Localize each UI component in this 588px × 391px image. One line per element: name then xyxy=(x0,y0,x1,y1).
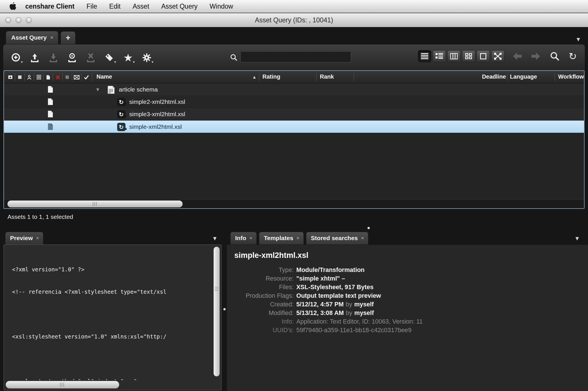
scrollbar-thumb[interactable] xyxy=(7,201,183,207)
asset-title: simple-xml2html.xsl xyxy=(234,251,588,260)
query-tab-bar: Asset Query × + ▼ xyxy=(0,30,588,44)
transform-glyph: ↻ xyxy=(119,124,124,131)
tab-templates[interactable]: Templates × xyxy=(259,232,304,244)
transformation-icon: ↻ xyxy=(117,98,125,106)
column-text-icon[interactable] xyxy=(34,73,44,81)
column-header-language[interactable]: Language xyxy=(510,73,537,80)
horizontal-splitter-handle[interactable] xyxy=(368,227,370,229)
window-title: Asset Query (IDs: , 10041) xyxy=(255,16,333,24)
column-gray-square-icon[interactable] xyxy=(63,73,72,81)
table-horizontal-scrollbar[interactable] xyxy=(4,199,584,208)
column-header-rank[interactable]: Rank xyxy=(320,73,334,80)
menu-asset[interactable]: Asset xyxy=(127,0,155,13)
asset-file-flag-icon xyxy=(48,86,53,93)
scrollbar-thumb[interactable] xyxy=(214,247,220,376)
tag-button[interactable]: ▾ xyxy=(103,50,115,66)
tab-preview[interactable]: Preview × xyxy=(5,232,43,244)
panel-menu-chevron-down-icon[interactable]: ▼ xyxy=(212,235,218,242)
find-button[interactable] xyxy=(550,51,560,61)
field-resource: Resource: "simple xhtml" – xyxy=(227,274,588,283)
detail-list-view-icon xyxy=(436,53,443,59)
preview-horizontal-scrollbar[interactable] xyxy=(6,381,212,389)
tab-close-icon[interactable]: × xyxy=(296,235,299,241)
new-tab-button[interactable]: + xyxy=(61,31,76,44)
menu-window[interactable]: Window xyxy=(204,0,239,13)
tab-stored-searches[interactable]: Stored searches × xyxy=(306,232,368,244)
minimize-window-button[interactable] xyxy=(16,17,22,23)
column-user-icon[interactable] xyxy=(25,73,34,81)
tab-close-icon[interactable]: × xyxy=(50,34,53,41)
download-icon xyxy=(49,52,58,63)
column-file-icon[interactable] xyxy=(44,73,53,81)
preview-content: <?xml version="1.0" ?> <!-- referencia <… xyxy=(3,244,222,390)
tab-asset-query[interactable]: Asset Query × xyxy=(6,31,58,44)
back-button[interactable] xyxy=(512,52,523,61)
view-single-button[interactable] xyxy=(477,50,490,62)
apple-menu[interactable] xyxy=(9,1,17,11)
table-row-simple-selected[interactable]: ↻ simple-xml2html.xsl xyxy=(4,120,584,133)
download-check-out-button[interactable] xyxy=(47,50,59,66)
gear-icon xyxy=(142,52,152,63)
transform-glyph: ↻ xyxy=(119,111,124,118)
column-header-deadline[interactable]: Deadline xyxy=(446,73,506,80)
panel-menu-chevron-down-icon[interactable]: ▼ xyxy=(574,235,580,242)
column-header-rating[interactable]: Rating xyxy=(262,73,280,80)
main-toolbar: ▾ xyxy=(3,44,585,70)
column-mail-icon[interactable] xyxy=(72,73,82,81)
xml-preview-code: <?xml version="1.0" ?> <!-- referencia <… xyxy=(12,251,212,380)
field-uuid: UUID's: 59f79480-a359-11e1-bb18-c42c0317… xyxy=(227,326,588,334)
disclosure-triangle-icon[interactable]: ▼ xyxy=(95,87,100,93)
tab-close-icon[interactable]: × xyxy=(36,235,39,241)
column-header-workflow[interactable]: Workflow xyxy=(558,73,584,80)
column-square-icon[interactable] xyxy=(15,73,25,81)
tab-info[interactable]: Info × xyxy=(230,232,257,244)
tab-label: Stored searches xyxy=(311,235,358,242)
grid-view-icon xyxy=(465,53,472,59)
table-row-article-schema[interactable]: ▼ article schema xyxy=(4,83,584,96)
view-mode-group xyxy=(418,50,504,62)
new-asset-button[interactable]: ▾ xyxy=(10,50,22,66)
tab-overflow-chevron-down-icon[interactable]: ▼ xyxy=(575,36,581,43)
apple-icon xyxy=(9,1,17,11)
vertical-splitter-handle[interactable] xyxy=(223,308,226,310)
eye-tray-icon xyxy=(67,52,77,63)
cancel-check-out-button[interactable] xyxy=(85,50,97,66)
tab-close-icon[interactable]: × xyxy=(249,235,252,241)
forward-button[interactable] xyxy=(530,52,541,61)
column-header-name[interactable]: Name xyxy=(96,73,112,80)
sort-ascending-icon[interactable]: ▲ xyxy=(252,75,257,80)
view-detail-list-button[interactable] xyxy=(433,50,446,62)
menu-app-name[interactable]: censhare Client xyxy=(25,0,80,13)
zoom-window-button[interactable] xyxy=(26,17,32,23)
field-files: Files: XSL-Stylesheet, 917 Bytes xyxy=(227,283,588,291)
menu-asset-query[interactable]: Asset Query xyxy=(155,0,204,13)
view-grid-button[interactable] xyxy=(462,50,475,62)
macos-menu-bar: censhare Client File Edit Asset Asset Qu… xyxy=(0,0,588,13)
refresh-button[interactable]: ↻ xyxy=(569,51,577,61)
column-marker-icon[interactable] xyxy=(6,73,15,81)
view-expand-button[interactable] xyxy=(491,50,504,62)
menu-edit[interactable]: Edit xyxy=(103,0,127,13)
column-check-icon[interactable] xyxy=(82,73,91,81)
tab-label: Templates xyxy=(264,235,293,242)
quick-search-input[interactable] xyxy=(240,52,351,63)
scrollbar-thumb[interactable] xyxy=(6,381,119,388)
upload-icon xyxy=(30,52,39,63)
asset-file-flag-icon xyxy=(48,98,53,105)
field-info: Info: Application: Text Editor, ID: 1006… xyxy=(227,317,588,326)
tab-close-icon[interactable]: × xyxy=(361,235,364,241)
favorite-button[interactable]: ★ ▾ xyxy=(122,50,134,66)
table-row-simple2[interactable]: ↻ simple2-xml2html.xsl xyxy=(4,96,584,108)
dropdown-caret-icon: ▾ xyxy=(114,60,116,64)
close-window-button[interactable] xyxy=(5,17,11,23)
preview-vertical-scrollbar[interactable] xyxy=(214,246,220,380)
view-checked-out-button[interactable] xyxy=(66,50,78,66)
menu-file[interactable]: File xyxy=(80,0,103,13)
table-row-simple3[interactable]: ↻ simple3-xml2html.xsl xyxy=(4,108,584,120)
view-columns-button[interactable] xyxy=(447,50,461,62)
column-delete-icon[interactable] xyxy=(53,73,63,81)
settings-button[interactable]: ▾ xyxy=(141,50,153,66)
upload-check-in-button[interactable] xyxy=(29,50,41,66)
view-list-button[interactable] xyxy=(418,50,431,62)
field-type: Type: Module/Transformation xyxy=(227,266,588,274)
